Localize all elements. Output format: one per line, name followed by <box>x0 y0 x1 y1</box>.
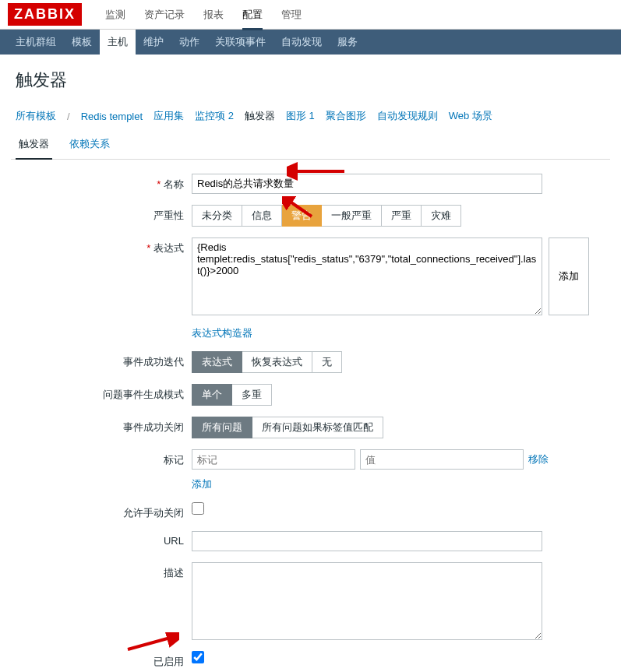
enabled-checkbox[interactable] <box>192 651 204 663</box>
severity-disaster[interactable]: 灾难 <box>422 205 461 227</box>
svg-line-1 <box>287 199 312 216</box>
crumb-autodiscover[interactable]: 自动发现规则 <box>377 109 438 123</box>
tag-remove-link[interactable]: 移除 <box>528 452 549 466</box>
subnav-hostgroups[interactable]: 主机群组 <box>8 30 64 55</box>
problem-mode-segment: 单个 多重 <box>192 384 272 406</box>
topnav-monitor[interactable]: 监测 <box>96 0 135 30</box>
severity-info[interactable]: 信息 <box>242 205 282 227</box>
subnav-discovery[interactable]: 自动发现 <box>273 30 330 55</box>
tag-add-link[interactable]: 添加 <box>192 477 212 491</box>
expression-textarea[interactable]: {Redis templet:redis_status["redis_statu… <box>192 237 542 315</box>
crumb-aggregate[interactable]: 聚合图形 <box>326 109 366 123</box>
subnav-actions[interactable]: 动作 <box>171 30 207 55</box>
event-close-tagmatch[interactable]: 所有问题如果标签值匹配 <box>252 417 383 438</box>
subnav-hosts[interactable]: 主机 <box>100 30 136 55</box>
label-description: 描述 <box>16 562 192 580</box>
label-event-ok-gen: 事件成功迭代 <box>16 351 192 369</box>
tag-row: 移除 <box>192 449 549 470</box>
topnav-inventory[interactable]: 资产记录 <box>135 0 194 30</box>
expression-builder-link[interactable]: 表达式构造器 <box>192 327 252 339</box>
subnav-maintenance[interactable]: 维护 <box>136 30 171 55</box>
url-input[interactable] <box>192 531 542 551</box>
label-tags: 标记 <box>16 449 192 467</box>
trigger-form: 名称 严重性 未分类 信息 警告 一般严重 严重 灾难 表达式 <box>11 171 610 672</box>
svg-line-2 <box>128 637 173 649</box>
annotation-arrow-icon <box>125 632 179 653</box>
label-allow-manual-close: 允许手动关闭 <box>16 502 192 520</box>
event-close-all[interactable]: 所有问题 <box>192 417 252 438</box>
crumb-web[interactable]: Web 场景 <box>449 109 492 123</box>
name-input[interactable] <box>192 174 542 194</box>
severity-segment: 未分类 信息 警告 一般严重 严重 灾难 <box>192 205 461 227</box>
annotation-arrow-icon <box>282 196 316 220</box>
crumb-appset[interactable]: 应用集 <box>153 109 184 123</box>
topnav-admin[interactable]: 管理 <box>272 0 311 30</box>
problem-mode-single[interactable]: 单个 <box>192 384 232 406</box>
logo[interactable]: ZABBIX <box>8 3 82 26</box>
subnav-services[interactable]: 服务 <box>330 30 365 55</box>
event-gen-recovery[interactable]: 恢复表达式 <box>242 351 312 373</box>
label-enabled: 已启用 <box>16 651 192 669</box>
severity-average[interactable]: 一般严重 <box>322 205 382 227</box>
breadcrumb: 所有模板 / Redis templet 应用集 监控项 2 触发器 图形 1 … <box>11 106 610 131</box>
tag-value-input[interactable] <box>360 449 524 470</box>
subnav-templates[interactable]: 模板 <box>64 30 100 55</box>
expression-add-button[interactable]: 添加 <box>549 237 589 315</box>
topnav: 监测 资产记录 报表 配置 管理 <box>96 0 311 30</box>
tag-name-input[interactable] <box>192 449 355 470</box>
event-ok-gen-segment: 表达式 恢复表达式 无 <box>192 351 342 373</box>
severity-high[interactable]: 严重 <box>382 205 422 227</box>
tab-trigger[interactable]: 触发器 <box>16 131 52 159</box>
crumb-template[interactable]: Redis templet <box>81 111 143 122</box>
event-gen-none[interactable]: 无 <box>312 351 342 373</box>
page-title: 触发器 <box>16 69 610 92</box>
crumb-items[interactable]: 监控项 2 <box>195 109 234 123</box>
allow-manual-close-checkbox[interactable] <box>192 502 204 515</box>
label-expression: 表达式 <box>16 237 192 255</box>
event-gen-expression[interactable]: 表达式 <box>192 351 242 373</box>
crumb-triggers: 触发器 <box>245 109 275 123</box>
subnav: 主机群组 模板 主机 维护 动作 关联项事件 自动发现 服务 <box>0 30 621 55</box>
label-event-close: 事件成功关闭 <box>16 417 192 435</box>
description-textarea[interactable] <box>192 562 542 640</box>
subnav-correlation[interactable]: 关联项事件 <box>207 30 273 55</box>
tab-dependencies[interactable]: 依赖关系 <box>66 131 113 159</box>
form-tabs: 触发器 依赖关系 <box>11 131 610 160</box>
page-content: 触发器 所有模板 / Redis templet 应用集 监控项 2 触发器 图… <box>0 55 621 672</box>
label-severity: 严重性 <box>16 205 192 223</box>
crumb-sep: / <box>67 111 70 122</box>
label-url: URL <box>16 531 192 547</box>
event-close-segment: 所有问题 所有问题如果标签值匹配 <box>192 417 383 438</box>
problem-mode-multiple[interactable]: 多重 <box>232 384 272 406</box>
crumb-all-templates[interactable]: 所有模板 <box>16 109 56 123</box>
annotation-arrow-icon <box>287 162 349 181</box>
topbar: ZABBIX 监测 资产记录 报表 配置 管理 <box>0 0 621 30</box>
severity-unclassified[interactable]: 未分类 <box>192 205 242 227</box>
topnav-reports[interactable]: 报表 <box>194 0 233 30</box>
crumb-graphs[interactable]: 图形 1 <box>286 109 315 123</box>
topnav-config[interactable]: 配置 <box>233 0 272 30</box>
label-name: 名称 <box>16 174 192 192</box>
label-problem-mode: 问题事件生成模式 <box>16 384 192 402</box>
